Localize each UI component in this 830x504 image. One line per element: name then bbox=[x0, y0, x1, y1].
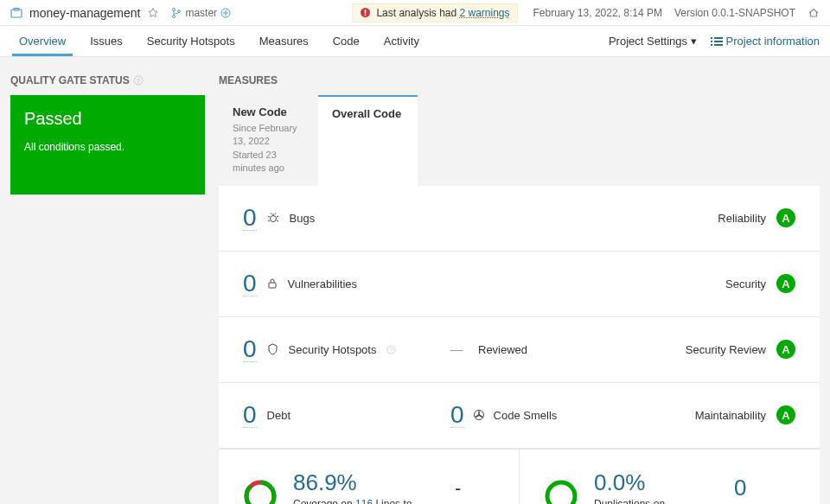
svg-rect-18 bbox=[269, 283, 276, 288]
unit-tests-value: - bbox=[436, 477, 481, 500]
code-smell-icon bbox=[473, 409, 485, 421]
security-review-rating[interactable]: A bbox=[776, 340, 795, 359]
maintainability-rating[interactable]: A bbox=[776, 405, 795, 424]
reliability-rating[interactable]: A bbox=[776, 208, 795, 227]
row-vulnerabilities: 0 Vulnerabilities Security A bbox=[219, 252, 820, 317]
shield-icon bbox=[267, 343, 278, 355]
security-rating[interactable]: A bbox=[776, 274, 795, 293]
project-name[interactable]: money-management bbox=[29, 6, 140, 20]
reviewed-label: Reviewed bbox=[478, 343, 527, 356]
row-maintainability: 0 Debt 0 Code Smells Maintainability A bbox=[219, 383, 820, 449]
row-hotspots: 0 Security Hotspots ? — Reviewed Securit… bbox=[219, 317, 820, 383]
svg-point-24 bbox=[547, 482, 575, 504]
tab-issues[interactable]: Issues bbox=[81, 27, 131, 55]
help-icon[interactable]: ? bbox=[133, 75, 144, 86]
svg-rect-7 bbox=[365, 10, 367, 14]
coverage-donut-icon bbox=[243, 479, 278, 504]
duplications-subtext: Duplications on 462 Lines bbox=[594, 498, 684, 504]
duplications-donut-icon bbox=[544, 479, 578, 504]
new-code-started: Started 23 minutes ago bbox=[233, 149, 304, 175]
vuln-count[interactable]: 0 bbox=[243, 271, 257, 297]
measures-header: MEASURES bbox=[219, 74, 820, 86]
security-review-label: Security Review bbox=[686, 343, 766, 356]
project-information-link[interactable]: Project information bbox=[711, 35, 820, 48]
branch-icon bbox=[171, 7, 182, 19]
security-label: Security bbox=[725, 278, 766, 290]
warnings-link[interactable]: 2 warnings bbox=[459, 7, 509, 19]
svg-point-3 bbox=[173, 15, 176, 17]
bug-icon bbox=[267, 212, 279, 224]
overall-code-label: Overall Code bbox=[332, 107, 404, 120]
coverage-cell: 86.9% Coverage on 116 Lines to cover - U… bbox=[219, 450, 520, 504]
tab-measures[interactable]: Measures bbox=[251, 27, 317, 55]
quality-gate-status: Passed bbox=[24, 109, 191, 129]
tab-code[interactable]: Code bbox=[324, 27, 368, 55]
svg-rect-9 bbox=[711, 37, 712, 39]
reliability-label: Reliability bbox=[718, 212, 766, 225]
coverage-subtext: Coverage on 116 Lines to cover bbox=[293, 498, 420, 504]
duplications-cell: 0.0% Duplications on 462 Lines 0 Duplica… bbox=[520, 450, 820, 504]
lock-icon bbox=[267, 278, 278, 290]
smells-label: Code Smells bbox=[494, 409, 558, 422]
tab-hotspots[interactable]: Security Hotspots bbox=[138, 27, 244, 55]
analysis-date: February 13, 2022, 8:14 PM bbox=[533, 7, 662, 19]
quality-gate-card: Passed All conditions passed. bbox=[10, 95, 205, 195]
dup-blocks-value[interactable]: 0 bbox=[699, 475, 782, 501]
debt-value[interactable]: 0 bbox=[243, 403, 257, 428]
svg-rect-14 bbox=[714, 44, 723, 46]
new-code-label: New Code bbox=[233, 105, 304, 118]
analysis-text: Last analysis had 2 warnings bbox=[376, 7, 509, 19]
svg-rect-8 bbox=[365, 15, 367, 16]
new-code-since: Since February 13, 2022 bbox=[233, 122, 304, 149]
project-icon bbox=[10, 7, 22, 19]
quality-gate-header: QUALITY GATE STATUS ? bbox=[10, 74, 205, 86]
svg-point-2 bbox=[173, 8, 176, 10]
tab-overall-code[interactable]: Overall Code bbox=[318, 95, 418, 186]
project-information-label: Project information bbox=[726, 35, 820, 48]
svg-rect-11 bbox=[711, 41, 712, 42]
svg-rect-13 bbox=[711, 44, 712, 46]
branch-add-icon[interactable] bbox=[220, 8, 231, 18]
svg-text:?: ? bbox=[136, 77, 140, 85]
warning-icon bbox=[360, 7, 371, 18]
help-icon[interactable]: ? bbox=[386, 345, 396, 354]
debt-label: Debt bbox=[267, 409, 290, 422]
bugs-label: Bugs bbox=[290, 212, 316, 225]
project-settings-dropdown[interactable]: Project Settings ▾ bbox=[609, 35, 697, 48]
info-list-icon bbox=[711, 36, 723, 47]
favorite-icon[interactable] bbox=[147, 7, 159, 19]
row-bugs: 0 Bugs Reliability A bbox=[219, 186, 820, 252]
svg-text:?: ? bbox=[390, 346, 393, 354]
bugs-count[interactable]: 0 bbox=[243, 206, 257, 231]
duplications-percent[interactable]: 0.0% bbox=[594, 470, 684, 495]
dash-icon: — bbox=[450, 342, 463, 356]
tab-new-code[interactable]: New Code Since February 13, 2022 Started… bbox=[219, 95, 318, 186]
quality-gate-message: All conditions passed. bbox=[24, 141, 191, 153]
tab-overview[interactable]: Overview bbox=[10, 27, 74, 55]
hotspots-count[interactable]: 0 bbox=[243, 337, 257, 362]
svg-rect-10 bbox=[714, 37, 723, 39]
smells-count[interactable]: 0 bbox=[450, 403, 464, 428]
branch-name[interactable]: master bbox=[185, 7, 217, 19]
lines-to-cover-link[interactable]: 116 bbox=[355, 498, 373, 504]
version-label: Version 0.0.1-SNAPSHOT bbox=[674, 7, 795, 19]
svg-rect-12 bbox=[714, 41, 723, 42]
home-icon[interactable] bbox=[808, 7, 820, 19]
svg-point-17 bbox=[270, 216, 276, 222]
vuln-label: Vulnerabilities bbox=[288, 278, 357, 290]
maintainability-label: Maintainability bbox=[695, 409, 766, 422]
coverage-percent[interactable]: 86.9% bbox=[293, 470, 420, 495]
analysis-warning-badge: Last analysis had 2 warnings bbox=[352, 3, 517, 22]
tab-activity[interactable]: Activity bbox=[375, 27, 428, 55]
hotspots-label: Security Hotspots bbox=[289, 343, 377, 356]
